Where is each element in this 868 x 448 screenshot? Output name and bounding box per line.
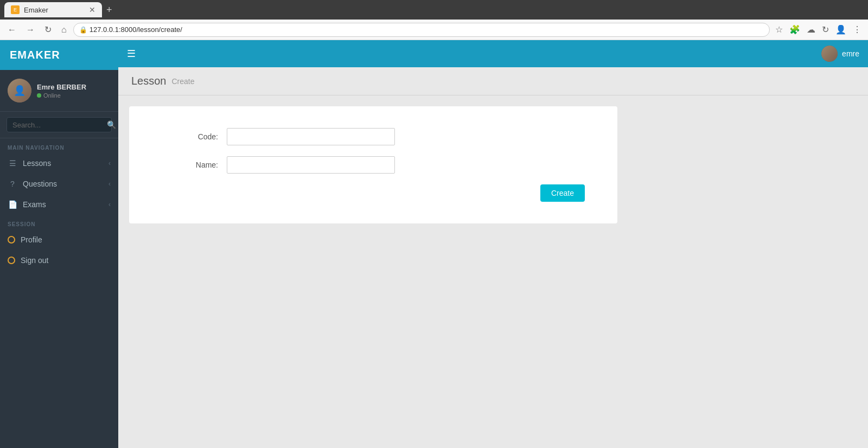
chevron-right-icon-3: ‹ [108,201,111,208]
nav-icons: ☆ 🧩 ☁ ↻ 👤 ⋮ [773,22,864,37]
sidebar-item-signout[interactable]: Sign out [0,250,118,271]
tab-favicon: E [11,5,20,14]
status-dot-icon [37,93,41,98]
main-nav-label: MAIN NAVIGATION [0,138,118,153]
status-text: Online [43,92,61,99]
lessons-icon: ☰ [8,159,17,168]
sidebar-item-exams-left: 📄 Exams [8,200,46,209]
search-box[interactable]: 🔍 [7,117,112,132]
sidebar-item-profile[interactable]: Profile [0,229,118,250]
reload-button[interactable]: ↻ [41,22,55,37]
sidebar-item-lessons-left: ☰ Lessons [8,159,51,168]
sidebar-item-exams[interactable]: 📄 Exams ‹ [0,194,118,215]
refresh-icon[interactable]: ↻ [820,22,831,37]
profile-circle-icon [8,236,15,244]
address-text: 127.0.0.1:8000/lesson/create/ [90,25,182,34]
avatar: 👤 [8,79,31,103]
exams-icon: 📄 [8,200,17,209]
sidebar-item-lessons-label: Lessons [23,159,51,168]
chevron-right-icon-2: ‹ [108,180,111,188]
topbar-avatar [821,46,838,62]
sidebar-search: 🔍 [0,112,118,138]
forward-button[interactable]: → [23,23,38,37]
extension-icon[interactable]: 🧩 [787,22,802,37]
avatar-icon[interactable]: 👤 [833,22,848,37]
user-name: Emre BERBER [37,83,111,91]
topbar-username: emre [842,49,859,58]
topbar: ☰ emre [118,40,868,67]
star-icon[interactable]: ☆ [773,22,785,37]
user-info: Emre BERBER Online [37,83,111,99]
page-content: Code: Name: Create [118,95,868,448]
chevron-right-icon: ‹ [108,159,111,167]
search-input[interactable] [12,121,104,129]
app-container: EMAKER 👤 Emre BERBER Online 🔍 MAIN NAVIG… [0,40,868,448]
main-content: ☰ emre Lesson Create Code: Name: [118,40,868,448]
page-subtitle: Create [172,77,195,86]
tab-close-icon[interactable]: ✕ [89,5,95,14]
sidebar-item-questions-label: Questions [23,180,57,188]
address-bar[interactable]: 🔒 127.0.0.1:8000/lesson/create/ [73,23,770,37]
brand-text: EMAKER [10,49,60,61]
search-icon: 🔍 [107,120,116,129]
topbar-right: emre [821,46,859,62]
topbar-avatar-image [821,46,838,62]
form-card: Code: Name: Create [129,106,617,223]
avatar-image: 👤 [8,79,31,103]
menu-dots-icon[interactable]: ⋮ [851,22,864,37]
questions-icon: ? [8,180,17,188]
form-actions: Create [162,184,585,202]
tab-title: Emaker [24,6,85,14]
browser-chrome: E Emaker ✕ + [0,0,868,20]
user-status: Online [37,92,111,99]
home-button[interactable]: ⌂ [58,23,70,37]
sidebar-item-questions[interactable]: ? Questions ‹ [0,174,118,194]
user-profile-section: 👤 Emre BERBER Online [0,70,118,112]
sidebar-item-questions-left: ? Questions [8,180,57,188]
sidebar: EMAKER 👤 Emre BERBER Online 🔍 MAIN NAVIG… [0,40,118,448]
name-label: Name: [162,161,227,169]
name-form-row: Name: [162,156,585,174]
code-input[interactable] [227,128,395,145]
back-button[interactable]: ← [4,23,20,37]
browser-tab[interactable]: E Emaker ✕ [4,2,102,17]
new-tab-button[interactable]: + [106,4,112,16]
code-form-row: Code: [162,128,585,145]
signout-circle-icon [8,257,15,264]
browser-nav-bar: ← → ↻ ⌂ 🔒 127.0.0.1:8000/lesson/create/ … [0,20,868,40]
sidebar-brand: EMAKER [0,40,118,70]
sidebar-item-exams-label: Exams [23,200,46,209]
create-button[interactable]: Create [540,184,585,202]
cloud-icon[interactable]: ☁ [805,22,818,37]
lock-icon: 🔒 [79,26,87,34]
topbar-left: ☰ [127,48,136,60]
code-label: Code: [162,132,227,141]
hamburger-icon[interactable]: ☰ [127,48,136,60]
name-input[interactable] [227,156,395,174]
sidebar-item-profile-label: Profile [21,235,42,244]
page-header: Lesson Create [118,67,868,95]
page-title: Lesson [131,75,167,87]
sidebar-item-signout-label: Sign out [21,256,48,265]
sidebar-item-lessons[interactable]: ☰ Lessons ‹ [0,153,118,174]
session-label: SESSION [0,215,118,229]
